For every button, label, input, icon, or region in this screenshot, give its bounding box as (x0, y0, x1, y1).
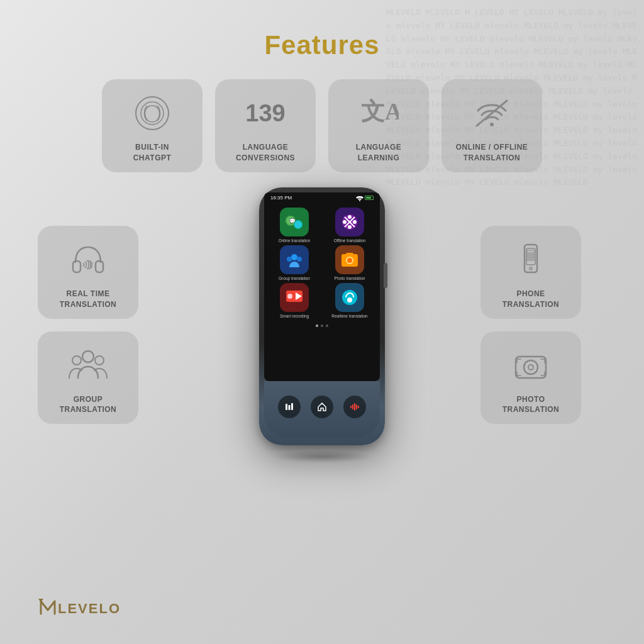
device-btn-home (311, 396, 333, 418)
device-bottom-controls (264, 381, 380, 438)
feature-phone: PHONETRANSLATION (480, 226, 581, 319)
svg-rect-33 (350, 406, 352, 408)
app-label-offline: Offline translation (334, 238, 365, 243)
chatgpt-label: BUILT-INChatGPT (133, 142, 172, 164)
feature-online-offline: ONLINE / OFFLINETRANSLATION (441, 79, 542, 172)
right-features: PHONETRANSLATION PHOTOTRANSLATION (480, 226, 606, 424)
svg-rect-31 (289, 405, 291, 410)
app-photo-translation: Photo translation (323, 245, 376, 280)
app-label-group: Group translation (279, 276, 310, 280)
device-wrapper: 16:35 PM (164, 187, 480, 463)
svg-rect-42 (527, 254, 535, 255)
camera-icon (508, 343, 553, 388)
chatgpt-icon (130, 91, 175, 136)
device-screen: 16:35 PM (264, 192, 380, 381)
dot-1 (316, 325, 318, 327)
screen-pagination-dots (264, 322, 380, 330)
translate-icon: 文A (356, 91, 401, 136)
top-features-row: BUILT-INChatGPT 139 LANGUAGECONVERSIONS … (0, 79, 644, 172)
app-label-recording: Smart recording (280, 314, 309, 318)
svg-rect-44 (527, 259, 535, 260)
language-learning-label: LANGUAGELEARNING (356, 142, 402, 164)
svg-point-6 (82, 351, 94, 362)
device-shadow (272, 450, 372, 463)
offline-icon (469, 91, 514, 136)
svg-text:💬: 💬 (289, 218, 296, 224)
svg-rect-37 (358, 406, 359, 408)
status-icons (356, 195, 374, 201)
real-time-label: REAL TIMETRANSLATION (60, 289, 117, 310)
svg-rect-24 (346, 253, 353, 255)
headphone-icon (65, 237, 111, 282)
brand-logo: LEVELO (38, 596, 138, 619)
phone-label: PHONETRANSLATION (502, 289, 560, 310)
svg-rect-30 (286, 404, 287, 410)
feature-real-time: REAL TIMETRANSLATION (38, 226, 138, 319)
device-btn-voice (343, 396, 366, 418)
svg-rect-36 (356, 404, 357, 409)
app-label-realtime: Realtime translation (331, 314, 367, 318)
group-icon (65, 343, 111, 388)
svg-point-19 (287, 257, 292, 262)
svg-rect-34 (352, 404, 353, 409)
svg-rect-41 (527, 250, 535, 253)
svg-point-47 (528, 365, 533, 370)
left-features: REAL TIMETRANSLATION GROUPTRANSLATION (38, 226, 164, 424)
svg-rect-32 (291, 403, 293, 410)
feature-photo: PHOTOTRANSLATION (480, 331, 581, 425)
svg-point-14 (348, 215, 352, 219)
svg-point-46 (524, 360, 538, 374)
app-online-translation: 💬 Online translation (268, 208, 321, 243)
feature-chatgpt: BUILT-INChatGPT (102, 79, 203, 172)
screen-status-bar: 16:35 PM (264, 192, 380, 204)
svg-rect-35 (354, 403, 355, 411)
app-smart-recording: Smart recording (268, 283, 321, 318)
svg-point-17 (348, 225, 352, 229)
language-number-icon: 139 (243, 91, 288, 136)
svg-point-23 (347, 258, 352, 263)
dot-2 (321, 325, 323, 327)
svg-marker-48 (38, 599, 43, 602)
app-offline-translation: Offline translation (323, 208, 376, 243)
app-label-online: Online translation (279, 238, 311, 243)
svg-point-40 (530, 267, 532, 270)
feature-language-learning: 文A LANGUAGELEARNING (328, 79, 429, 172)
app-grid: 💬 Online translation (264, 204, 380, 322)
svg-point-29 (347, 297, 352, 303)
svg-rect-5 (96, 261, 103, 272)
feature-group: GROUPTRANSLATION (38, 331, 138, 425)
dot-3 (326, 325, 328, 327)
photo-label: PHOTOTRANSLATION (502, 394, 560, 416)
app-label-photo: Photo translation (335, 276, 365, 280)
app-group-translation: Group translation (268, 245, 321, 280)
middle-section: REAL TIMETRANSLATION GROUPTRANSLATION (0, 187, 644, 463)
feature-language-conversions: 139 LANGUAGECONVERSIONS (215, 79, 316, 172)
svg-point-9 (359, 200, 360, 201)
language-conversions-label: LANGUAGECONVERSIONS (236, 142, 295, 164)
app-realtime-translation: Realtime translation (323, 283, 376, 318)
svg-rect-43 (527, 257, 535, 258)
svg-point-18 (291, 254, 297, 260)
svg-point-2 (490, 123, 494, 126)
translation-device: 16:35 PM (259, 187, 385, 445)
svg-rect-4 (73, 261, 80, 272)
device-time: 16:35 PM (270, 195, 292, 201)
online-offline-label: ONLINE / OFFLINETRANSLATION (456, 142, 528, 164)
svg-point-20 (297, 257, 302, 262)
device-btn-bars (278, 396, 301, 418)
svg-text:LEVELO: LEVELO (58, 601, 121, 616)
svg-point-26 (287, 294, 292, 299)
phone-device-icon (508, 237, 553, 282)
device-side-button (384, 263, 387, 288)
svg-point-16 (353, 220, 357, 224)
svg-point-15 (343, 220, 347, 224)
svg-point-8 (95, 356, 104, 365)
svg-text:文A: 文A (361, 98, 399, 125)
group-label: GROUPTRANSLATION (60, 394, 117, 416)
page-title: Features (0, 0, 644, 79)
svg-point-7 (72, 356, 81, 365)
